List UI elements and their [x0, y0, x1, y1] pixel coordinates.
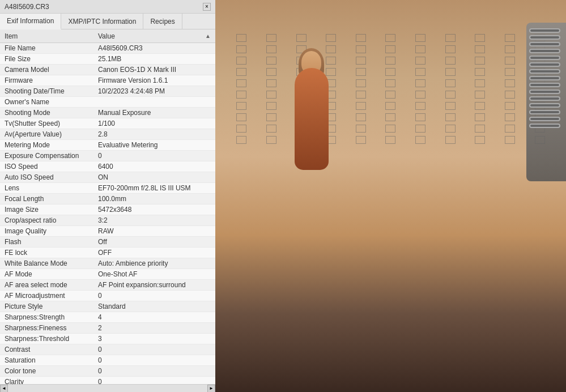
cell-item: Owner's Name	[5, 98, 98, 106]
af-point	[415, 34, 425, 42]
af-row	[227, 125, 555, 133]
af-point	[356, 102, 366, 110]
tab-xmp-iptc[interactable]: XMP/IPTC Information	[61, 14, 143, 29]
cell-value: 0	[98, 346, 211, 353]
af-point	[356, 136, 366, 144]
af-point	[385, 136, 395, 144]
cell-value: 10/2/2023 4:24:48 PM	[98, 87, 211, 95]
af-point	[445, 102, 456, 110]
scroll-right-button[interactable]: ►	[207, 385, 215, 393]
table-row: Picture StyleStandard	[0, 301, 215, 312]
table-row: Image Size5472x3648	[0, 204, 215, 215]
cell-item: Saturation	[5, 356, 98, 364]
tab-recipes[interactable]: Recipes	[143, 14, 182, 29]
cell-value: Standard	[98, 302, 211, 310]
af-point	[475, 136, 485, 144]
table-row: Tv(Shutter Speed)1/100	[0, 118, 215, 129]
af-point	[505, 57, 515, 65]
af-point	[415, 125, 425, 133]
af-point	[445, 68, 456, 76]
table-header: Item Value ▲	[0, 29, 215, 43]
af-point	[415, 68, 425, 76]
cell-value: 2	[98, 324, 211, 332]
tabs-bar: Exif Information XMP/IPTC Information Re…	[0, 14, 215, 29]
af-point	[356, 68, 366, 76]
cell-item: AF area select mode	[5, 281, 98, 289]
table-row: FlashOff	[0, 237, 215, 248]
table-row: Crop/aspect ratio3:2	[0, 215, 215, 226]
af-row	[227, 45, 555, 53]
cell-value: A48I5609.CR3	[98, 44, 211, 52]
cell-item: Av(Aperture Value)	[5, 130, 98, 138]
af-point	[356, 113, 366, 121]
af-point	[475, 102, 485, 110]
photo-background	[215, 0, 566, 392]
af-point	[505, 34, 515, 42]
af-point	[415, 79, 425, 87]
af-point	[475, 91, 485, 99]
af-point-grid	[227, 34, 555, 335]
table-row: Focal Length100.0mm	[0, 194, 215, 204]
af-point	[356, 57, 366, 65]
af-point	[475, 113, 485, 121]
cell-item: File Size	[5, 55, 98, 63]
cell-value: One-Shot AF	[98, 270, 211, 278]
scroll-left-button[interactable]: ◄	[0, 385, 8, 393]
table-row: Saturation0	[0, 355, 215, 366]
af-point	[505, 113, 515, 121]
af-point	[356, 91, 366, 99]
table-row: Metering ModeEvaluative Metering	[0, 140, 215, 151]
cell-value: 0	[98, 367, 211, 375]
af-point	[236, 125, 246, 133]
cell-value: Evaluative Metering	[98, 141, 211, 149]
cell-item: White Balance Mode	[5, 259, 98, 267]
af-point	[266, 102, 276, 110]
af-point	[385, 113, 395, 121]
af-point	[266, 34, 276, 42]
af-point	[475, 57, 485, 65]
cell-value: Auto: Ambience priority	[98, 259, 211, 267]
table-row: Contrast0	[0, 344, 215, 355]
cell-item: FE lock	[5, 249, 98, 257]
cell-item: AF Mode	[5, 270, 98, 278]
table-row: Image QualityRAW	[0, 226, 215, 237]
table-row: AF area select modeAF Point expansion:su…	[0, 280, 215, 291]
af-point	[415, 136, 425, 144]
af-point	[236, 68, 246, 76]
af-row	[227, 68, 555, 76]
cell-value: Canon EOS-1D X Mark III	[98, 66, 211, 74]
cell-item: Tv(Shutter Speed)	[5, 120, 98, 127]
cell-value: AF Point expansion:surround	[98, 281, 211, 289]
af-point	[236, 45, 246, 53]
cell-value: EF70-200mm f/2.8L IS III USM	[98, 184, 211, 192]
af-point	[236, 102, 246, 110]
header-value: Value	[98, 32, 205, 40]
horizontal-scrollbar[interactable]: ◄ ►	[0, 384, 215, 392]
af-row	[227, 91, 555, 99]
horizontal-scroll-track[interactable]	[8, 385, 207, 392]
af-point	[356, 34, 366, 42]
af-point	[505, 125, 515, 133]
table-row: White Balance ModeAuto: Ambience priorit…	[0, 258, 215, 269]
af-row	[227, 102, 555, 110]
af-point	[475, 125, 485, 133]
title-bar: A48I5609.CR3 ×	[0, 0, 215, 14]
cell-item: ISO Speed	[5, 163, 98, 171]
af-point	[266, 125, 276, 133]
cell-item: Image Size	[5, 206, 98, 214]
cell-value: 6400	[98, 163, 211, 171]
close-button[interactable]: ×	[203, 3, 211, 11]
table-row: Av(Aperture Value)2.8	[0, 129, 215, 140]
tab-exif[interactable]: Exif Information	[0, 14, 61, 29]
af-point	[505, 136, 515, 144]
af-point	[475, 45, 485, 53]
af-point	[445, 34, 456, 42]
af-point	[266, 57, 276, 65]
cell-value: 3	[98, 335, 211, 343]
exif-table-scroll[interactable]: File NameA48I5609.CR3File Size25.1MBCame…	[0, 43, 215, 392]
af-point	[266, 45, 276, 53]
table-row: Exposure Compensation0	[0, 151, 215, 161]
cell-item: Color tone	[5, 367, 98, 375]
cell-value: RAW	[98, 227, 211, 235]
cell-item: Image Quality	[5, 227, 98, 235]
